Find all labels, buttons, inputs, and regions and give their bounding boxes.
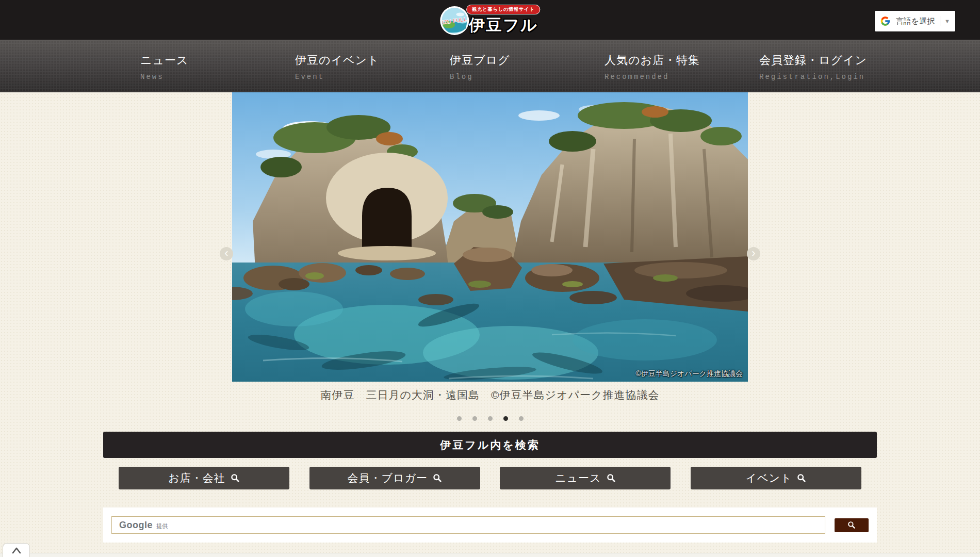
nav-label: 人気のお店・特集	[605, 53, 722, 68]
nav-sublabel: News	[140, 73, 258, 81]
button-label: お店・会社	[168, 471, 225, 485]
carousel-dot[interactable]	[519, 416, 524, 421]
search-icon	[433, 473, 442, 483]
nav-sublabel: Blog	[450, 73, 567, 81]
language-selector-label: 言語を選択	[896, 17, 935, 26]
nav-item-blog[interactable]: 伊豆ブログ Blog	[413, 40, 567, 92]
search-events-button[interactable]: イベント	[691, 467, 861, 489]
carousel-next-button[interactable]: ›	[747, 247, 760, 260]
search-members-button[interactable]: 会員・ブロガー	[309, 467, 480, 489]
nav-item-news[interactable]: ニュース News	[103, 40, 258, 92]
scroll-to-top-button[interactable]	[3, 543, 30, 557]
nav-item-recommended[interactable]: 人気のお店・特集 Recommended	[567, 40, 722, 92]
button-label: ニュース	[555, 471, 601, 485]
logo-banner-text: 観光と暮らしの情報サイト	[466, 5, 540, 14]
carousel-dot[interactable]	[472, 416, 477, 421]
nav-label: ニュース	[140, 53, 258, 68]
search-icon	[607, 473, 616, 483]
carousel-dot[interactable]	[457, 416, 462, 421]
logo-badge-icon: IZU FULL	[439, 6, 469, 36]
nav-label: 伊豆のイベント	[295, 53, 413, 68]
carousel-slide[interactable]: ©伊豆半島ジオパーク推進協議会	[232, 92, 748, 382]
site-search-section: 伊豆フル内を検索 お店・会社 会員・ブロガー ニュース イベント	[103, 432, 877, 543]
hero-photo	[232, 92, 748, 382]
carousel-dot[interactable]	[488, 416, 493, 421]
divider	[940, 16, 940, 26]
site-logo[interactable]: IZU FULL 観光と暮らしの情報サイト 伊豆フル	[439, 5, 540, 36]
search-icon	[797, 473, 806, 483]
button-label: イベント	[745, 471, 792, 485]
nav-label: 会員登録・ログイン	[759, 53, 877, 68]
button-label: 会員・ブロガー	[347, 471, 427, 485]
search-icon	[847, 521, 856, 529]
nav-sublabel: Recommended	[605, 73, 722, 81]
search-icon	[231, 473, 240, 483]
search-news-button[interactable]: ニュース	[500, 467, 671, 489]
site-search-input-box: Google 提供	[111, 516, 825, 534]
site-search-input[interactable]	[112, 517, 825, 533]
nav-item-event[interactable]: 伊豆のイベント Event	[258, 40, 413, 92]
nav-sublabel: Event	[295, 73, 413, 81]
nav-sublabel: Registration,Login	[759, 73, 877, 81]
language-selector[interactable]: 言語を選択 ▼	[875, 11, 955, 31]
search-submit-button[interactable]	[835, 518, 869, 532]
chevron-down-icon: ▼	[944, 18, 950, 24]
main-nav: ニュース News 伊豆のイベント Event 伊豆ブログ Blog 人気のお店…	[0, 40, 980, 92]
google-search-panel: Google 提供	[103, 507, 877, 543]
search-section-heading: 伊豆フル内を検索	[103, 432, 877, 458]
carousel-dot-active[interactable]	[503, 416, 508, 421]
nav-label: 伊豆ブログ	[450, 53, 567, 68]
hero-carousel: ©伊豆半島ジオパーク推進協議会 ‹ ›	[232, 92, 748, 382]
search-category-buttons: お店・会社 会員・ブロガー ニュース イベント	[119, 467, 861, 489]
search-shops-button[interactable]: お店・会社	[119, 467, 289, 489]
google-g-icon	[880, 15, 891, 27]
bottom-strip	[0, 553, 980, 557]
carousel-prev-button[interactable]: ‹	[220, 247, 233, 260]
carousel-caption: 南伊豆 三日月の大洞・遠国島 ©伊豆半島ジオパーク推進協議会	[0, 388, 980, 402]
photo-credit-watermark: ©伊豆半島ジオパーク推進協議会	[635, 369, 743, 379]
site-title: 伊豆フル	[469, 14, 537, 36]
top-bar: IZU FULL 観光と暮らしの情報サイト 伊豆フル 言語を選択 ▼	[0, 0, 980, 40]
nav-item-login[interactable]: 会員登録・ログイン Registration,Login	[722, 40, 877, 92]
chevron-up-icon	[11, 546, 22, 554]
carousel-dots	[0, 416, 980, 421]
